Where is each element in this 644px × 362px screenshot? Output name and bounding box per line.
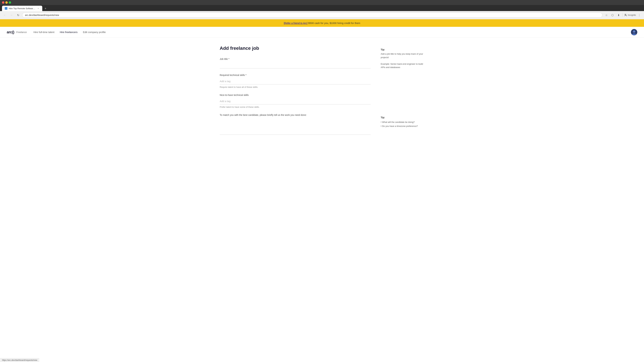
page-title: Add freelance job xyxy=(220,45,371,51)
browser-tabs: Hire Top Remote Software Dev… × + xyxy=(0,5,644,11)
logo-area: arc() Freelance xyxy=(7,30,27,34)
tip-2-bullet-1: What will the candidate be doing? xyxy=(381,120,424,124)
tab-title: Hire Top Remote Software Dev… xyxy=(9,7,36,10)
menu-button[interactable]: ⋮ xyxy=(636,12,642,18)
nice-skills-label: Nice-to-have technical skills xyxy=(220,94,371,96)
job-title-input[interactable] xyxy=(220,62,371,68)
incognito-badge: Incognito xyxy=(624,13,636,16)
tip-1-title: Tip: xyxy=(381,48,424,51)
required-skills-group: Required technical skills * Require tale… xyxy=(220,74,371,88)
bookmark-button[interactable]: ☆ xyxy=(604,12,609,18)
form-section: Add freelance job Job title * Required t… xyxy=(220,45,371,141)
tip-2: Tip: What will the candidate be doing? D… xyxy=(381,116,424,128)
tip-1: Tip: Add a job title to help you keep tr… xyxy=(381,48,424,69)
required-skills-label: Required technical skills * xyxy=(220,74,371,76)
reload-button[interactable]: ↻ xyxy=(16,12,21,18)
required-skills-hint: Require talent to have all of these skil… xyxy=(220,86,371,88)
logo-label: Freelance xyxy=(16,31,27,33)
extensions-button[interactable]: ⬡ xyxy=(610,12,615,18)
job-title-group: Job title * xyxy=(220,58,371,68)
nav-hire-freelancers[interactable]: Hire freelancers xyxy=(60,31,78,33)
browser-titlebar xyxy=(0,0,644,5)
incognito-label: Incognito xyxy=(628,14,636,16)
tab-close-button[interactable]: × xyxy=(37,7,40,10)
job-title-label: Job title * xyxy=(220,58,371,60)
work-description-textarea[interactable] xyxy=(220,118,371,135)
window-maximize-button[interactable] xyxy=(9,1,11,4)
work-description-label: To match you with the best candidate, pl… xyxy=(220,114,371,116)
avatar[interactable] xyxy=(631,29,637,35)
header-right xyxy=(631,29,637,35)
nice-skills-hint: Prefer talent to have some of these skil… xyxy=(220,106,371,108)
window-minimize-button[interactable] xyxy=(5,1,8,4)
tip-2-list: What will the candidate be doing? Do you… xyxy=(381,120,424,128)
banner-message: $500 cash for you, $1000 hiring credit f… xyxy=(308,22,360,24)
tab-favicon xyxy=(5,7,8,10)
window-close-button[interactable] xyxy=(2,1,4,4)
site-header: arc() Freelance Hire full-time talent Hi… xyxy=(0,27,644,37)
job-title-required: * xyxy=(228,58,229,60)
nav-edit-company[interactable]: Edit company profile xyxy=(83,31,106,33)
svg-line-1 xyxy=(624,14,626,16)
forward-button[interactable]: → xyxy=(9,12,14,18)
address-bar[interactable]: arc.dev/dashboard/requests/new xyxy=(22,12,602,17)
tip-2-bullet-2: Do you have a timezone preference? xyxy=(381,124,424,128)
main-content: Add freelance job Job title * Required t… xyxy=(213,37,431,149)
browser-chrome: Hire Top Remote Software Dev… × + ← → ↻ … xyxy=(0,0,644,19)
tip-1-body: Add a job title to help you keep track o… xyxy=(381,52,424,59)
forward-icon: → xyxy=(10,13,13,16)
nav-hire-fulltime[interactable]: Hire full-time talent xyxy=(33,31,54,33)
work-description-group: To match you with the best candidate, pl… xyxy=(220,114,371,135)
referral-link[interactable]: [Refer a friend to Arc] xyxy=(284,22,308,24)
browser-tab[interactable]: Hire Top Remote Software Dev… × xyxy=(2,6,42,11)
logo-text: arc() xyxy=(7,30,14,34)
url-text: arc.dev/dashboard/requests/new xyxy=(25,14,59,16)
new-tab-button[interactable]: + xyxy=(43,6,48,11)
promo-banner: [Refer a friend to Arc] $500 cash for yo… xyxy=(0,19,644,27)
reload-icon: ↻ xyxy=(17,13,19,17)
back-icon: ← xyxy=(3,13,6,16)
download-icon: ⬇ xyxy=(618,13,620,17)
required-skills-input[interactable] xyxy=(220,78,371,84)
svg-point-5 xyxy=(633,31,634,32)
tip-1-example: Example: Senior back-end engineer to bui… xyxy=(381,62,424,69)
required-skills-asterisk: * xyxy=(246,74,246,76)
extensions-icon: ⬡ xyxy=(611,13,614,17)
bookmark-icon: ☆ xyxy=(605,13,608,17)
nice-skills-input[interactable] xyxy=(220,98,371,104)
menu-icon: ⋮ xyxy=(638,13,641,17)
back-button[interactable]: ← xyxy=(2,12,8,18)
toolbar-icons: ☆ ⬡ ⬇ Incognito ⋮ xyxy=(604,12,642,18)
nice-skills-group: Nice-to-have technical skills Prefer tal… xyxy=(220,94,371,108)
tips-section: Tip: Add a job title to help you keep tr… xyxy=(381,45,424,141)
tip-2-title: Tip: xyxy=(381,116,424,119)
download-button[interactable]: ⬇ xyxy=(616,12,621,18)
main-nav: Hire full-time talent Hire freelancers E… xyxy=(33,31,631,33)
toolbar-divider xyxy=(622,13,623,17)
browser-toolbar: ← → ↻ arc.dev/dashboard/requests/new ☆ ⬡… xyxy=(0,11,644,19)
window-controls xyxy=(2,1,11,4)
